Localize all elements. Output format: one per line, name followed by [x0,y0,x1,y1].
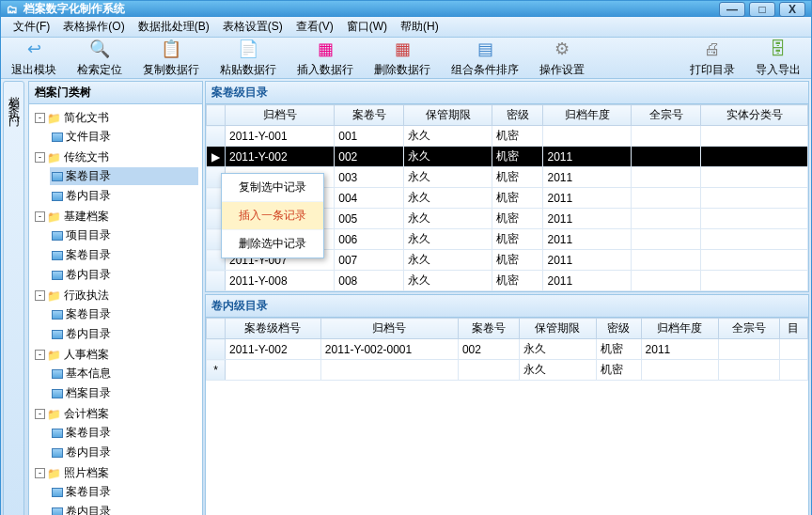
cell[interactable]: 机密 [492,229,543,250]
cell[interactable] [632,250,701,271]
toolbar-组合条件排序[interactable]: ▤组合条件排序 [441,38,529,78]
toolbar-打印目录[interactable]: 🖨打印目录 [679,38,745,78]
cell[interactable]: 永久 [404,126,492,147]
column-header[interactable]: 归档年度 [543,105,632,126]
cell[interactable] [632,209,701,229]
column-header[interactable]: 保管期限 [519,319,596,339]
toolbar-退出模块[interactable]: ↩退出模块 [1,38,67,78]
context-menu-item[interactable]: 插入一条记录 [222,202,323,230]
toolbar-复制数据行[interactable]: 📋复制数据行 [133,38,210,78]
context-menu-item[interactable]: 复制选中记录 [222,174,323,202]
cell[interactable]: 003 [335,167,404,188]
row-header[interactable] [207,339,226,360]
expander-icon[interactable]: - [35,211,45,222]
column-header[interactable]: 实体分类号 [701,105,808,126]
tree-leaf[interactable]: 基本信息 [50,365,198,382]
menu-item[interactable]: 窗口(W) [340,16,394,38]
tree-folder[interactable]: -📁人事档案 [33,346,198,364]
cell[interactable] [226,360,321,381]
cell[interactable]: 永久 [404,209,492,229]
tree-leaf[interactable]: 案卷目录 [50,305,198,323]
cell[interactable]: 2011 [543,188,632,209]
cell[interactable]: 008 [335,271,404,291]
cell[interactable] [701,209,808,229]
column-header[interactable]: 密级 [492,105,543,126]
close-button[interactable]: X [779,2,805,17]
cell[interactable] [701,229,808,250]
menu-item[interactable]: 文件(F) [7,16,56,38]
column-header[interactable]: 案卷级档号 [226,319,321,339]
cell[interactable]: 2011-Y-002 [226,147,335,167]
cell[interactable] [701,167,808,188]
tree-leaf[interactable]: 卷内目录 [50,187,198,205]
cell[interactable]: 机密 [492,167,543,188]
toolbar-粘贴数据行[interactable]: 📄粘贴数据行 [210,38,287,78]
tree-leaf[interactable]: 档案目录 [50,384,198,402]
column-header[interactable]: 归档号 [320,319,458,339]
menu-item[interactable]: 查看(V) [289,16,340,38]
tree-leaf[interactable]: 卷内目录 [50,325,198,343]
cell[interactable]: 2011 [543,147,632,167]
tree-leaf[interactable]: 案卷目录 [50,424,198,442]
cell[interactable]: 永久 [404,167,492,188]
toolbar-检索定位[interactable]: 🔍检索定位 [67,38,133,78]
cell[interactable]: 2011-Y-002 [226,339,321,360]
cell[interactable] [701,188,808,209]
table-row[interactable]: 2011-Y-008008永久机密2011 [207,271,808,291]
cell[interactable]: 2011-Y-002-0001 [320,339,458,360]
column-header[interactable]: 案卷号 [335,105,404,126]
tree-folder[interactable]: -📁传统文书 [33,148,198,166]
cell[interactable]: 永久 [519,339,596,360]
cell[interactable] [632,147,701,167]
tree-leaf[interactable]: 案卷目录 [50,167,198,185]
cell[interactable]: 2011 [543,250,632,271]
cell[interactable] [632,271,701,291]
toolbar-导入导出[interactable]: 🗄导入导出 [745,38,811,78]
cell[interactable]: 永久 [404,229,492,250]
cell[interactable]: 机密 [597,360,642,381]
menu-item[interactable]: 数据批处理(B) [132,16,216,38]
tree-leaf[interactable]: 案卷目录 [50,483,198,501]
cell[interactable]: 2011-Y-008 [226,271,335,291]
cell[interactable] [779,339,807,360]
table-row[interactable]: *永久机密 [207,360,808,381]
column-header[interactable]: 保管期限 [404,105,492,126]
expander-icon[interactable]: - [35,409,45,419]
tree-leaf[interactable]: 卷内目录 [50,266,198,284]
cell[interactable]: 机密 [492,209,543,229]
cell[interactable]: 001 [335,126,404,147]
expander-icon[interactable]: - [35,290,45,301]
min-button[interactable]: — [719,2,745,17]
cell[interactable] [458,360,519,381]
row-header[interactable]: * [207,360,226,381]
cell[interactable] [543,126,632,147]
menu-item[interactable]: 帮助(H) [394,16,445,38]
cell[interactable]: 永久 [404,250,492,271]
tree-folder[interactable]: -📁简化文书 [33,109,198,127]
menu-item[interactable]: 表格设置(S) [216,16,289,38]
cell[interactable]: 机密 [492,188,543,209]
column-header[interactable]: 归档年度 [641,319,718,339]
row-header[interactable]: ▶ [207,147,226,167]
column-header[interactable]: 归档号 [226,105,335,126]
menu-item[interactable]: 表格操作(O) [56,16,131,38]
cell[interactable] [701,147,808,167]
cell[interactable] [632,167,701,188]
cell[interactable] [632,188,701,209]
toolbar-插入数据行[interactable]: ▦插入数据行 [287,38,364,78]
cell[interactable]: 002 [335,147,404,167]
cell[interactable]: 2011 [543,167,632,188]
expander-icon[interactable]: - [35,468,45,478]
cell[interactable] [701,271,808,291]
column-header[interactable]: 全宗号 [632,105,701,126]
cell[interactable] [701,250,808,271]
cell[interactable] [632,126,701,147]
cell[interactable]: 005 [335,209,404,229]
cell[interactable]: 机密 [492,147,543,167]
cell[interactable]: 004 [335,188,404,209]
column-header[interactable]: 案卷号 [458,319,519,339]
context-menu-item[interactable]: 删除选中记录 [222,230,323,258]
cell[interactable] [641,360,718,381]
cell[interactable]: 006 [335,229,404,250]
tree-folder[interactable]: -📁照片档案 [33,464,198,482]
